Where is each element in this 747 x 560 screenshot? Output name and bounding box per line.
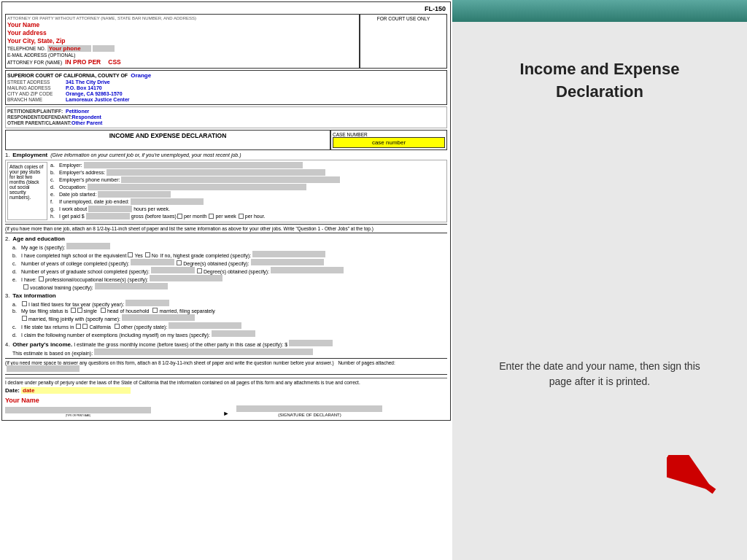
estimate-based-input[interactable]: [94, 349, 313, 355]
phone-extra: [93, 45, 115, 52]
married-sep-checkbox[interactable]: [152, 308, 158, 313]
form-number: FL-150: [5, 5, 447, 12]
perjury-text: I declare under penalty of perjury under…: [5, 380, 447, 385]
attorney-label: ATTORNEY OR PARTY WITHOUT ATTORNEY (Name…: [7, 16, 196, 20]
city-zip-label: CITY AND ZIP CODE: [7, 91, 66, 96]
date-value: date: [21, 387, 34, 394]
no-checkbox[interactable]: [145, 252, 150, 257]
other-state-input[interactable]: [169, 322, 241, 329]
work-hours-input[interactable]: [88, 206, 132, 212]
per-week-label: per week: [215, 214, 236, 219]
yes-checkbox[interactable]: [128, 252, 133, 257]
signature-input[interactable]: [236, 405, 382, 412]
single-checkbox2[interactable]: [77, 308, 82, 313]
date-started-label: Date job started:: [59, 192, 96, 197]
address-row: Your address: [7, 29, 357, 36]
phone-label: TELEPHONE NO.: [7, 46, 46, 51]
right-panel: Income and Expense Declaration Enter the…: [452, 0, 747, 560]
grad-degrees-input[interactable]: [271, 267, 344, 273]
occupation-input[interactable]: [88, 184, 306, 190]
per-week-checkbox[interactable]: [209, 214, 214, 219]
other-state-checkbox[interactable]: [115, 324, 120, 329]
married-sep-label: married, filing separately: [159, 308, 214, 314]
mailing-row: MAILING ADDRESS P.O. Box 14170: [7, 85, 445, 90]
pages-attached-input[interactable]: [7, 365, 80, 372]
age-input[interactable]: [66, 243, 110, 249]
tax-year-row: a. I last filed taxes for tax year (spec…: [5, 300, 447, 307]
get-paid-input[interactable]: [86, 213, 130, 219]
exemptions-label: I claim the following number of exemptio…: [21, 332, 210, 338]
employer-address-input[interactable]: [107, 169, 325, 176]
age-row: a. My age is (specify):: [5, 243, 447, 250]
date-ended-row: f. If unemployed, date job ended:: [50, 198, 340, 205]
email-label: E-MAIL ADDRESS (Optional): [7, 52, 75, 58]
per-hour-checkbox[interactable]: [239, 214, 244, 219]
date-started-input[interactable]: [98, 191, 171, 198]
type-print-label: (TYPE OR PRINT NAME): [5, 414, 151, 417]
grad-degree-checkbox[interactable]: [197, 268, 202, 273]
other-income-text: I estimate the gross monthly income (bef…: [74, 342, 287, 347]
for-court-use-label: FOR COURT USE ONLY: [377, 16, 430, 21]
high-school-label: I have completed high school or the equi…: [21, 253, 126, 258]
married-jointly-input[interactable]: [122, 314, 195, 321]
employment-items: a. Employer: b. Employer's address: c. E…: [50, 162, 340, 220]
professional-checkbox[interactable]: [39, 276, 44, 281]
css-value: CSS: [108, 58, 120, 66]
per-month-checkbox[interactable]: [177, 214, 182, 219]
date-ended-label: If unemployed, date job ended:: [59, 199, 129, 204]
head-household-checkbox[interactable]: [101, 308, 106, 313]
petitioner-value: Petitioner: [66, 109, 89, 114]
red-arrow-icon: [667, 455, 725, 499]
grad-row: d. Number of years of graduate school co…: [5, 267, 447, 274]
filing-status-row: b. My tax filing status is single head o…: [5, 308, 447, 314]
other-state-label: other (specify state):: [121, 324, 167, 330]
highest-grade-input[interactable]: [252, 251, 325, 257]
branch-row: BRANCH NAME Lamoreaux Justice Center: [7, 97, 445, 102]
vocational-input[interactable]: [95, 283, 168, 289]
grad-input[interactable]: [151, 267, 195, 273]
court-name-row: SUPERIOR COURT OF CALIFORNIA, COUNTY OF …: [7, 72, 445, 79]
other-parent-value: Other Parent: [71, 120, 102, 125]
tax-year-checkbox[interactable]: [22, 301, 27, 306]
employer-phone-input[interactable]: [121, 176, 340, 183]
single-checkbox[interactable]: [71, 308, 76, 313]
exemptions-input[interactable]: [212, 330, 255, 337]
employer-input[interactable]: [84, 162, 303, 168]
tax-year-input[interactable]: [125, 300, 169, 306]
college-row: c. Number of years of college completed …: [5, 259, 447, 266]
case-number-value: case number: [333, 137, 445, 148]
attorney-for-row: ATTORNEY FOR (Name) IN PRO PER CSS: [7, 58, 357, 66]
other-parent-label: OTHER PARENT/CLAIMANT:: [7, 120, 71, 125]
attorney-name: Your Name: [7, 21, 39, 28]
california-checkbox[interactable]: [76, 324, 81, 329]
signature-section: Your Name (TYPE OR PRINT NAME) ► (SIGNAT…: [5, 397, 447, 417]
court-use-section: FOR COURT USE ONLY: [360, 14, 447, 69]
degrees-input[interactable]: [251, 259, 324, 265]
professional-input[interactable]: [150, 275, 222, 281]
other-income-header-row: 4. Other party's income. I estimate the …: [5, 340, 447, 348]
section4-number: 4.: [5, 341, 9, 348]
red-arrow-area: [667, 455, 725, 502]
vocational-checkbox[interactable]: [23, 284, 28, 289]
date-input[interactable]: date: [21, 387, 131, 394]
work-hours-suffix: hours per week.: [133, 206, 170, 211]
age-label: My age is (specify):: [21, 245, 65, 250]
married-jointly-checkbox[interactable]: [22, 316, 27, 321]
attorney-label-row: ATTORNEY OR PARTY WITHOUT ATTORNEY (Name…: [7, 16, 357, 20]
college-input[interactable]: [131, 259, 174, 265]
california-checkbox2[interactable]: [82, 324, 88, 329]
street-row: STREET ADDRESS 341 The City Drive: [7, 79, 445, 85]
other-income-input[interactable]: [289, 340, 333, 346]
employment-inner: Attach copies of your pay stubs for last…: [7, 162, 445, 220]
no-label: No: [152, 253, 158, 258]
vocational-row: vocational training (specify):: [5, 283, 447, 290]
tax-year-label: I last filed taxes for tax year (specify…: [28, 302, 124, 307]
arrow-indicator: ►: [223, 410, 230, 417]
print-name-input[interactable]: [5, 407, 151, 413]
employer-phone-row: c. Employer's phone number:: [50, 176, 340, 183]
date-ended-input[interactable]: [131, 198, 204, 205]
employer-phone-label: Employer's phone number:: [59, 177, 120, 182]
degree-checkbox[interactable]: [177, 260, 182, 265]
court-section: SUPERIOR COURT OF CALIFORNIA, COUNTY OF …: [5, 70, 447, 105]
respondent-row: RESPONDENT/DEFENDANT: Respondent: [7, 114, 445, 120]
